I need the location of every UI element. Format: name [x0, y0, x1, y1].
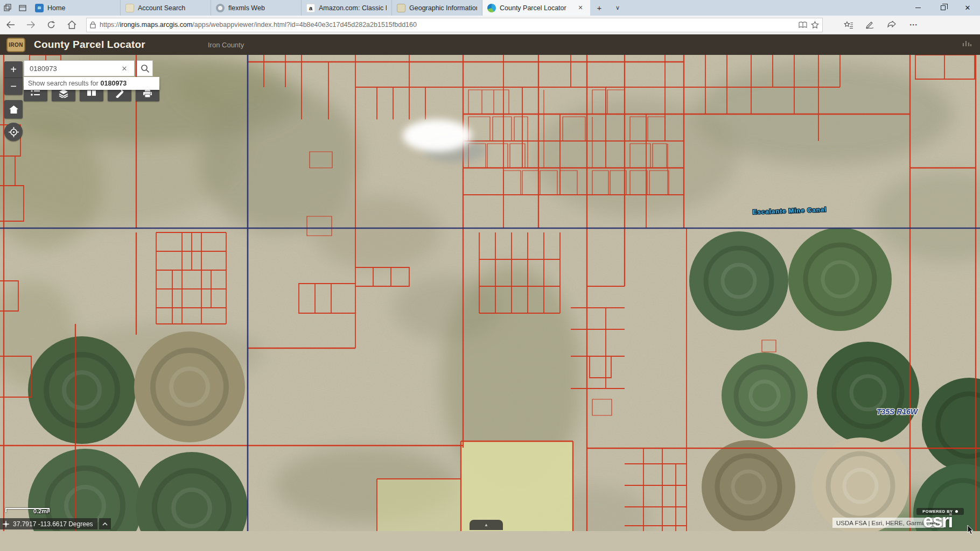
tab-favicon: a [306, 4, 315, 12]
scale-label: 0.2mi [33, 508, 48, 514]
window-controls: ✕ [906, 0, 980, 16]
tab-account-search[interactable]: Account Search [121, 0, 211, 16]
map-viewport[interactable]: Escalante Mine Canal T35S R16W [0, 55, 980, 531]
my-location-button[interactable] [4, 123, 23, 141]
attribute-panel-toggle[interactable]: ▲ [470, 520, 503, 530]
clear-search-icon[interactable]: ✕ [118, 62, 130, 74]
browser-address-bar: https://irongis.maps.arcgis.com/apps/web… [0, 16, 980, 34]
favorites-list-icon[interactable] [838, 16, 859, 34]
restore-button[interactable] [930, 0, 955, 16]
browser-tab-bar: 8i Home Account Search flexmls Web a Ama… [0, 0, 980, 16]
suggestion-text: Show search results for [28, 80, 99, 87]
tab-geographic-info[interactable]: Geographic Information Sys [392, 0, 482, 16]
tab-amazon[interactable]: a Amazon.com: Classic Flame [302, 0, 392, 16]
zoom-out-button[interactable]: − [4, 78, 23, 95]
lock-icon [90, 21, 96, 29]
tab-list-chevron-icon[interactable]: ∨ [608, 0, 627, 16]
tab-preview-icon[interactable] [15, 0, 30, 16]
more-menu-icon[interactable]: ⋯ [902, 16, 924, 34]
locate-icon [9, 127, 19, 137]
esri-globe-dot [955, 510, 958, 513]
app-header: IRON County Parcel Locator Iron County [0, 34, 980, 55]
tab-favicon [216, 4, 225, 12]
print-icon [142, 89, 153, 98]
suggestion-term: 0180973 [101, 80, 127, 87]
add-favorite-star-icon[interactable] [811, 21, 819, 29]
tab-label: Account Search [138, 4, 206, 12]
coordinates-value: 37.7917 -113.6617 Degrees [13, 520, 93, 528]
crosshair-icon[interactable] [2, 520, 10, 528]
field-parcel [461, 441, 573, 531]
legend-icon [30, 89, 41, 97]
tab-home[interactable]: 8i Home [30, 0, 121, 16]
home-extent-icon [9, 105, 18, 114]
powered-by-text: POWERED BY [922, 509, 953, 514]
share-icon[interactable] [881, 16, 902, 34]
tab-flexmls[interactable]: flexmls Web [211, 0, 302, 16]
search-button[interactable] [137, 60, 153, 76]
forward-icon[interactable] [20, 16, 41, 34]
layers-icon [58, 89, 69, 98]
zoom-control: + − [4, 61, 23, 95]
coordinates-toggle-chevron-icon[interactable] [99, 518, 111, 529]
map-canvas[interactable]: Escalante Mine Canal T35S R16W [0, 55, 980, 531]
tab-label: Home [47, 4, 115, 12]
tab-favicon [125, 4, 134, 12]
url-text: https://irongis.maps.arcgis.com/apps/web… [100, 21, 795, 29]
tab-label: Amazon.com: Classic Flame [319, 4, 387, 12]
close-tab-icon[interactable]: ✕ [576, 3, 585, 13]
refresh-icon[interactable] [41, 16, 61, 34]
basemap-icon [87, 89, 96, 97]
field-parcel [377, 479, 461, 531]
annotate-pen-icon[interactable] [859, 16, 881, 34]
new-tab-button[interactable]: + [590, 0, 608, 16]
back-icon[interactable] [0, 16, 20, 34]
tab-label: Geographic Information Sys [409, 4, 477, 12]
minimize-button[interactable] [906, 0, 930, 16]
addressbar-actions: ⋯ [838, 16, 924, 34]
header-widget-icon[interactable] [962, 39, 972, 51]
app-title: County Parcel Locator [34, 39, 145, 51]
home-icon[interactable] [61, 16, 82, 34]
iron-county-logo: IRON [6, 38, 25, 52]
url-field[interactable]: https://irongis.maps.arcgis.com/apps/web… [86, 18, 823, 32]
search-suggestion[interactable]: Show search results for0180973 [24, 77, 159, 90]
panel-toggle-icon: ▲ [484, 522, 488, 527]
reading-view-icon[interactable] [799, 22, 807, 29]
zoom-in-button[interactable]: + [4, 61, 23, 78]
tab-favicon: 8i [35, 4, 44, 12]
township-label: T35S R16W [877, 407, 919, 416]
search-icon [141, 64, 150, 73]
coordinates-bar: 37.7917 -113.6617 Degrees [0, 518, 97, 529]
measure-icon [115, 89, 124, 98]
tab-county-parcel-locator[interactable]: County Parcel Locator ✕ [482, 0, 590, 16]
tab-favicon [397, 4, 405, 12]
home-extent-button[interactable] [4, 100, 23, 118]
tab-label: flexmls Web [228, 4, 296, 12]
close-window-button[interactable]: ✕ [955, 0, 980, 16]
powered-by-badge: POWERED BY [916, 508, 964, 515]
mouse-cursor [967, 525, 975, 538]
app-subtitle: Iron County [208, 41, 244, 49]
set-tabs-aside-icon[interactable] [0, 0, 15, 16]
tab-favicon [487, 4, 496, 12]
tab-label: County Parcel Locator [500, 4, 572, 12]
